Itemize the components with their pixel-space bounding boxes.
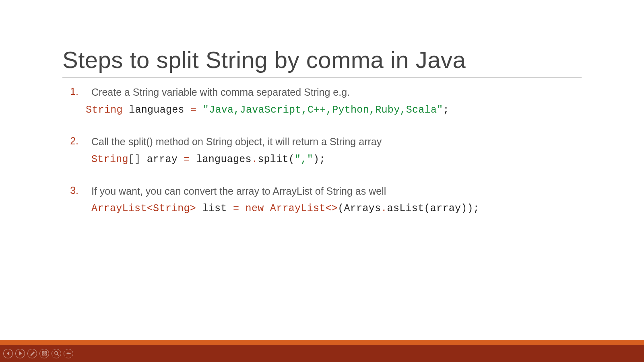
slide-view-button[interactable] [39,349,49,358]
step-1: 1. Create a String variable with comma s… [62,86,582,99]
step-3-text: If you want, you can convert the array t… [91,185,386,198]
slide-title: Steps to split String by comma in Java [62,46,582,78]
next-slide-button[interactable] [15,349,25,358]
zoom-button[interactable] [52,349,61,358]
svg-point-6 [67,353,68,354]
slide-body: Steps to split String by comma in Java 1… [0,0,644,340]
step-2-text: Call the split() method on String object… [91,135,382,149]
svg-point-7 [68,353,69,354]
svg-rect-2 [42,354,44,355]
accent-bar [0,340,644,345]
svg-line-5 [57,354,59,356]
step-2: 2. Call the split() method on String obj… [62,135,582,149]
presenter-toolbar [0,345,644,362]
step-3-code: ArrayList<String> list = new ArrayList<>… [91,203,582,214]
prev-slide-button[interactable] [3,349,13,358]
svg-point-8 [69,353,70,354]
svg-rect-0 [42,352,44,353]
svg-point-4 [54,352,57,354]
more-options-button[interactable] [64,349,73,358]
step-3: 3. If you want, you can convert the arra… [62,185,582,198]
step-2-number: 2. [62,135,78,147]
pen-tool-button[interactable] [27,349,37,358]
step-3-number: 3. [62,185,78,196]
step-1-number: 1. [62,86,78,97]
step-1-text: Create a String variable with comma sepa… [91,86,350,99]
step-1-code: String languages = "Java,JavaScript,C++,… [86,104,582,116]
step-2-code: String[] array = languages.split(","); [91,154,582,165]
svg-rect-1 [45,352,46,353]
svg-rect-3 [45,354,46,355]
